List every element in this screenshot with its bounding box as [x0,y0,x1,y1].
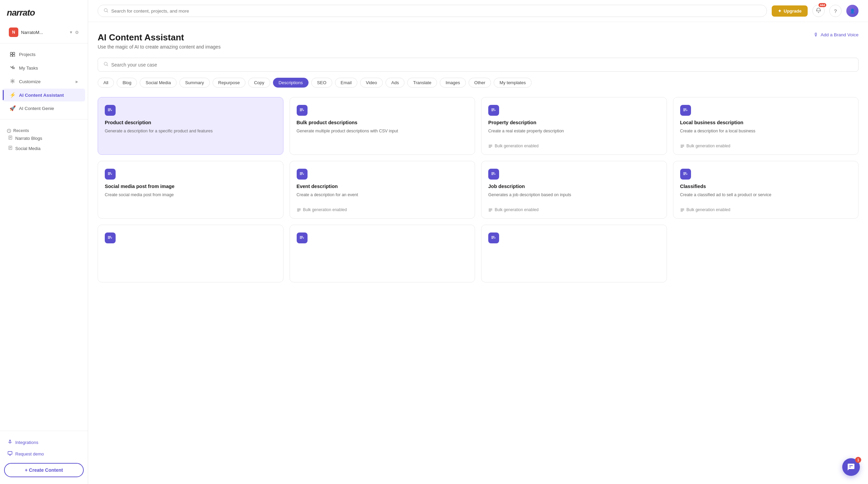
filter-pill-blog[interactable]: Blog [117,78,137,88]
filter-pill-all[interactable]: All [98,78,114,88]
sidebar-item-ai-content-genie[interactable]: 🚀 AI Content Genie [3,102,85,115]
card-local-business-description[interactable]: Local business descriptionCreate a descr… [673,97,859,155]
card-desc-bulk-product-descriptions: Generate multiple product descriptions w… [297,128,468,148]
logo: narrato [0,0,88,24]
card-title-product-description: Product description [105,120,276,125]
svg-rect-2 [11,55,13,57]
svg-line-23 [107,65,108,66]
card-social-media-post-from-image[interactable]: Social media post from imageCreate socia… [98,161,283,219]
filter-pill-copy[interactable]: Copy [248,78,270,88]
filter-pill-video[interactable]: Video [360,78,383,88]
chevron-down-icon[interactable]: ▼ [69,30,73,34]
card-icon-property-description [488,105,499,116]
card-title-classifieds: Classifieds [680,184,852,189]
recents-section: Recents Narrato Blogs Social Media [0,122,88,155]
create-content-button[interactable]: + Create Content [4,463,84,477]
card-event-description[interactable]: Event descriptionCreate a description fo… [290,161,475,219]
card-classifieds[interactable]: ClassifiedsCreate a classified ad to sel… [673,161,859,219]
svg-rect-34 [489,209,492,210]
notifications-button[interactable]: 444 [812,5,825,17]
expand-icon: ▶ [76,80,78,83]
card-bulk-product-descriptions[interactable]: Bulk product descriptionsGenerate multip… [290,97,475,155]
sidebar-bottom: Integrations Request demo + Create Conte… [0,431,88,484]
tasks-icon [9,65,16,71]
cards-grid: Product descriptionGenerate a descriptio… [98,97,859,282]
upgrade-button[interactable]: ✦ Upgrade [772,5,808,17]
svg-rect-1 [13,52,15,54]
integrations-label: Integrations [15,440,38,445]
filter-pill-descriptions[interactable]: Descriptions [273,78,309,88]
filter-pill-other[interactable]: Other [469,78,491,88]
genie-label: AI Content Genie [19,106,54,111]
card-card-11[interactable] [481,225,667,282]
add-brand-voice-button[interactable]: 🎙 Add a Brand Voice [814,32,859,37]
svg-rect-26 [489,147,491,148]
settings-icon[interactable]: ⚙ [75,30,79,35]
monitor-icon [7,451,13,457]
card-desc-social-media-post-from-image: Create social media post from image [105,192,276,212]
usecase-search-input[interactable] [111,62,853,68]
usecase-search-bar[interactable] [98,58,859,72]
chat-bubble-button[interactable]: 1 [842,458,860,476]
bell-icon [816,7,821,14]
card-bulk-label-property-description: Bulk generation enabled [488,144,660,148]
topbar: ✦ Upgrade 444 ? 👤 [88,0,868,22]
global-search-bar[interactable] [98,5,767,17]
user-avatar[interactable]: 👤 [846,5,859,17]
bulk-icon [297,208,301,212]
chat-notification-badge: 1 [855,457,861,463]
filter-pill-seo[interactable]: SEO [311,78,332,88]
main-nav: Projects My Tasks Customize ▶ ⚡ AI Conte… [0,46,88,116]
filter-pill-images[interactable]: Images [440,78,466,88]
card-icon-job-description [488,169,499,180]
filter-pill-social-media[interactable]: Social Media [140,78,176,88]
filter-pill-translate[interactable]: Translate [407,78,437,88]
card-title-event-description: Event description [297,184,468,189]
page-title: AI Content Assistant [98,32,221,43]
recent-item-narrato-blogs[interactable]: Narrato Blogs [7,133,81,143]
sidebar-item-ai-content-assistant[interactable]: ⚡ AI Content Assistant [3,89,85,101]
account-name: NarratoM... [21,30,66,35]
filter-pill-my-templates[interactable]: My templates [494,78,531,88]
account-switcher[interactable]: N NarratoM... ▼ ⚙ [3,24,85,40]
card-property-description[interactable]: Property descriptionCreate a real estate… [481,97,667,155]
card-desc-classifieds: Create a classified ad to sell a product… [680,192,852,203]
recent-item-social-media[interactable]: Social Media [7,143,81,153]
card-desc-event-description: Create a description for an event [297,192,468,203]
customize-label: Customize [19,79,41,84]
recent-social-label: Social Media [15,146,40,151]
bulk-icon [488,208,493,212]
card-title-job-description: Job description [488,184,660,189]
filter-pill-summary[interactable]: Summary [179,78,210,88]
divider-1 [0,43,88,43]
card-card-9[interactable] [98,225,283,282]
sidebar-item-projects[interactable]: Projects [3,48,85,61]
filter-pill-repurpose[interactable]: Repurpose [213,78,246,88]
svg-point-6 [12,80,14,82]
svg-rect-3 [13,55,15,57]
filter-pill-ads[interactable]: Ads [386,78,405,88]
customize-icon [9,78,16,85]
tasks-label: My Tasks [19,66,38,71]
sidebar-item-customize[interactable]: Customize ▶ [3,75,85,88]
help-button[interactable]: ? [829,5,842,17]
page-subtitle: Use the magic of AI to create amazing co… [98,44,221,50]
svg-rect-37 [680,209,684,210]
card-card-10[interactable] [290,225,475,282]
filter-pill-email[interactable]: Email [335,78,358,88]
card-job-description[interactable]: Job descriptionGenerates a job descripti… [481,161,667,219]
sidebar-item-my-tasks[interactable]: My Tasks [3,61,85,75]
search-icon-usecase [103,61,108,68]
page-header: AI Content Assistant Use the magic of AI… [98,32,859,50]
svg-rect-31 [297,209,300,210]
doc-icon-1 [8,135,13,141]
card-title-bulk-product-descriptions: Bulk product descriptions [297,120,468,125]
card-product-description[interactable]: Product descriptionGenerate a descriptio… [98,97,283,155]
svg-rect-17 [8,451,12,454]
global-search-input[interactable] [111,8,761,14]
svg-point-20 [104,8,107,12]
request-demo-link[interactable]: Request demo [4,448,84,460]
card-icon-product-description [105,105,116,116]
svg-rect-28 [680,146,684,146]
integrations-link[interactable]: Integrations [4,436,84,448]
